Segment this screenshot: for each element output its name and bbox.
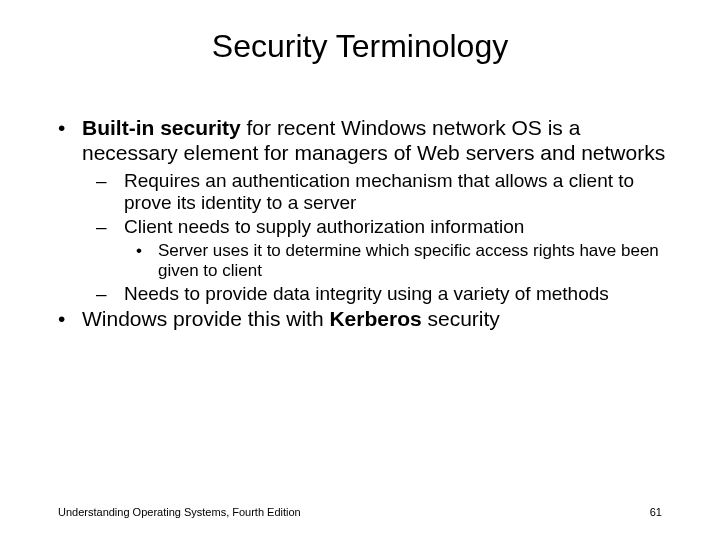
bullet-level1: Windows provide this with Kerberos secur… bbox=[58, 307, 670, 332]
bullet-text: Server uses it to determine which specif… bbox=[158, 241, 659, 280]
bullet-level2: Requires an authentication mechanism tha… bbox=[96, 170, 670, 215]
bullet-level3: Server uses it to determine which specif… bbox=[136, 241, 670, 281]
page-number: 61 bbox=[650, 506, 662, 518]
bullet-text: security bbox=[422, 307, 500, 330]
slide-title: Security Terminology bbox=[0, 28, 720, 65]
footer-source: Understanding Operating Systems, Fourth … bbox=[58, 506, 301, 518]
bold-term: Built-in security bbox=[82, 116, 241, 139]
bullet-text: Client needs to supply authorization inf… bbox=[124, 216, 524, 237]
bold-term: Kerberos bbox=[329, 307, 421, 330]
bullet-level2: Client needs to supply authorization inf… bbox=[96, 216, 670, 238]
bullet-level1: Built-in security for recent Windows net… bbox=[58, 116, 670, 166]
bullet-text: Needs to provide data integrity using a … bbox=[124, 283, 609, 304]
bullet-level2: Needs to provide data integrity using a … bbox=[96, 283, 670, 305]
bullet-text: Windows provide this with bbox=[82, 307, 329, 330]
slide: Security Terminology Built-in security f… bbox=[0, 0, 720, 540]
slide-body: Built-in security for recent Windows net… bbox=[58, 116, 670, 336]
bullet-text: Requires an authentication mechanism tha… bbox=[124, 170, 634, 213]
